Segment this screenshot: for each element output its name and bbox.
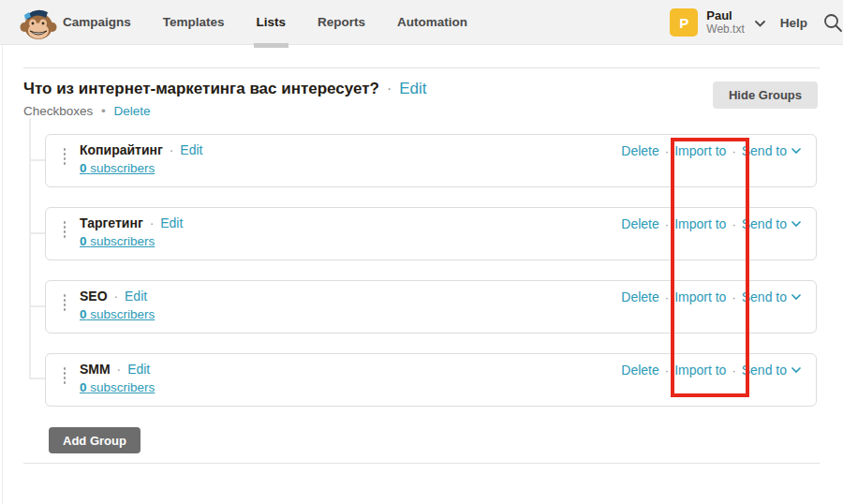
nav-item-campaigns[interactable]: Campaigns <box>63 0 131 45</box>
user-menu[interactable]: P Paul Web.txt <box>670 8 764 37</box>
subscribers-count: 0 <box>80 161 87 175</box>
user-meta: Paul Web.txt <box>706 9 744 37</box>
tree-connector-line <box>29 118 31 378</box>
avatar: P <box>670 8 698 37</box>
edit-group-link[interactable]: Edit <box>127 362 150 377</box>
delete-group-link[interactable]: Delete <box>621 143 658 158</box>
subscribers-count: 0 <box>80 307 87 321</box>
chevron-down-icon <box>755 14 765 31</box>
send-to-label: Send to <box>742 363 787 378</box>
subscribers-label: subscribers <box>90 234 155 248</box>
add-group-button[interactable]: Add Group <box>49 427 140 453</box>
group-actions: Delete · Import to · Send to <box>621 143 801 158</box>
chevron-down-icon <box>791 294 801 300</box>
subscribers-line: 0 subscribers <box>80 307 155 321</box>
subscribers-line: 0 subscribers <box>80 380 155 394</box>
group-main: SMM · Edit 0 subscribers <box>80 362 155 394</box>
group-name: Копирайтинг <box>80 142 163 157</box>
group-main: SEO · Edit 0 subscribers <box>80 289 155 321</box>
group-name: SEO <box>80 289 108 304</box>
subscribers-label: subscribers <box>90 380 155 394</box>
drag-handle-icon[interactable] <box>61 367 68 384</box>
chevron-down-icon <box>791 221 801 227</box>
user-name: Paul <box>706 9 744 23</box>
send-to-dropdown[interactable]: Send to <box>742 363 801 378</box>
group-actions: Delete · Import to · Send to <box>621 289 801 304</box>
tree-tick <box>29 305 45 307</box>
separator: · <box>665 144 669 158</box>
nav-right-cluster: P Paul Web.txt Help <box>670 0 837 45</box>
subscribers-link[interactable]: 0 subscribers <box>80 161 155 175</box>
edit-title-link[interactable]: Edit <box>399 80 426 97</box>
edit-group-link[interactable]: Edit <box>160 215 183 230</box>
drag-handle-icon[interactable] <box>61 294 68 311</box>
field-type-label: Checkboxes <box>23 104 93 118</box>
delete-group-link[interactable]: Delete <box>621 289 658 304</box>
subscribers-line: 0 subscribers <box>80 161 202 175</box>
separator: · <box>117 362 122 377</box>
separator: · <box>732 363 735 378</box>
delete-group-link[interactable]: Delete <box>621 216 658 231</box>
search-icon[interactable] <box>822 12 843 33</box>
nav-item-reports[interactable]: Reports <box>318 0 365 45</box>
delete-field-link[interactable]: Delete <box>114 104 151 118</box>
group-row: Таргетинг · Edit 0 subscribers Delete · … <box>45 207 817 260</box>
edit-group-link[interactable]: Edit <box>125 289 147 304</box>
separator: · <box>665 290 669 304</box>
separator: · <box>732 217 735 231</box>
subscribers-label: subscribers <box>90 307 155 321</box>
subscribers-link[interactable]: 0 subscribers <box>80 380 155 394</box>
separator: · <box>170 142 174 157</box>
chevron-down-icon <box>791 367 801 373</box>
primary-nav: Campaigns Templates Lists Reports Automa… <box>63 0 467 45</box>
mailchimp-logo-icon[interactable] <box>17 3 58 44</box>
group-main: Копирайтинг · Edit 0 subscribers <box>80 142 202 175</box>
separator: · <box>732 290 735 304</box>
send-to-dropdown[interactable]: Send to <box>742 289 801 304</box>
import-to-link[interactable]: Import to <box>674 143 726 158</box>
user-account: Web.txt <box>706 23 744 37</box>
separator: · <box>665 217 669 231</box>
group-row: SMM · Edit 0 subscribers Delete · Import… <box>45 353 817 407</box>
group-actions: Delete · Import to · Send to <box>621 216 801 231</box>
help-link[interactable]: Help <box>780 16 807 30</box>
subscribers-count: 0 <box>80 380 87 394</box>
group-actions: Delete · Import to · Send to <box>621 363 801 378</box>
page-title-row: Что из интернет-маркетинга вас интересуе… <box>23 80 426 98</box>
separator: • <box>101 104 106 118</box>
subscribers-link[interactable]: 0 subscribers <box>80 234 155 248</box>
separator: · <box>665 363 669 378</box>
groups-list: Копирайтинг · Edit 0 subscribers Delete … <box>45 134 817 426</box>
send-to-label: Send to <box>742 216 787 231</box>
separator: · <box>387 80 392 97</box>
drag-handle-icon[interactable] <box>61 148 68 165</box>
subscribers-link[interactable]: 0 subscribers <box>80 307 155 321</box>
send-to-dropdown[interactable]: Send to <box>742 143 801 158</box>
top-divider <box>23 67 820 68</box>
hide-groups-button[interactable]: Hide Groups <box>713 82 818 109</box>
import-to-link[interactable]: Import to <box>674 289 726 304</box>
tree-tick <box>29 378 45 379</box>
send-to-dropdown[interactable]: Send to <box>742 216 801 231</box>
subscribers-label: subscribers <box>90 161 155 175</box>
separator: · <box>150 215 155 230</box>
page-title: Что из интернет-маркетинга вас интересуе… <box>23 80 379 97</box>
edit-group-link[interactable]: Edit <box>180 142 202 157</box>
delete-group-link[interactable]: Delete <box>621 363 658 378</box>
nav-item-lists[interactable]: Lists <box>257 0 287 45</box>
subscribers-count: 0 <box>80 234 87 248</box>
send-to-label: Send to <box>742 289 787 304</box>
import-to-link[interactable]: Import to <box>674 363 726 378</box>
nav-item-templates[interactable]: Templates <box>163 0 225 45</box>
send-to-label: Send to <box>742 143 787 158</box>
drag-handle-icon[interactable] <box>61 221 68 238</box>
nav-item-automation[interactable]: Automation <box>397 0 467 45</box>
group-name: SMM <box>80 362 111 377</box>
bottom-divider <box>23 463 820 464</box>
import-to-link[interactable]: Import to <box>674 216 726 231</box>
top-navigation: Campaigns Templates Lists Reports Automa… <box>0 0 843 45</box>
tree-tick <box>29 159 45 161</box>
left-edge-line <box>2 45 3 504</box>
group-row: SEO · Edit 0 subscribers Delete · Import… <box>45 280 817 334</box>
group-row: Копирайтинг · Edit 0 subscribers Delete … <box>45 134 817 187</box>
